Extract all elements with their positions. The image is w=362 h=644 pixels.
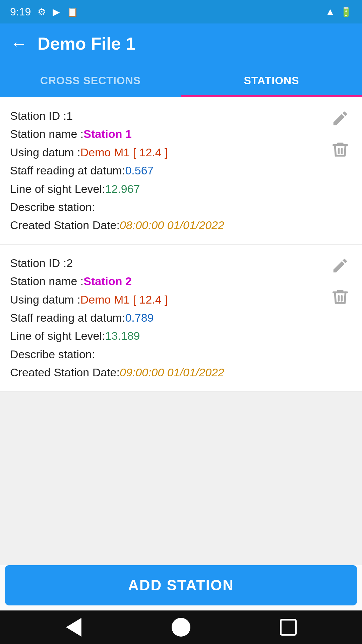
play-protected-icon: ▶ <box>53 6 60 17</box>
bottom-navigation <box>0 610 362 644</box>
station-1-name-line: Station name :Station 1 <box>10 125 322 143</box>
station-2-delete-button[interactable] <box>328 285 352 310</box>
station-1-staff-line: Staff reading at datum:0.567 <box>10 161 322 179</box>
station-1-los-line: Line of sight Level:12.967 <box>10 180 322 198</box>
station-1-info: Station ID :1 Station name :Station 1 Us… <box>10 107 322 234</box>
nav-back-button[interactable] <box>60 614 87 641</box>
station-1-delete-button[interactable] <box>328 138 352 162</box>
edit-icon <box>331 257 349 275</box>
station-1-actions <box>328 107 352 162</box>
battery-icon: 🔋 <box>340 6 352 17</box>
app-bar: ← Demo File 1 <box>0 23 362 64</box>
station-2-created-line: Created Station Date:09:00:00 01/01/2022 <box>10 363 322 381</box>
station-1-describe-line: Describe station: <box>10 198 322 216</box>
nav-home-button[interactable] <box>168 614 194 641</box>
status-bar: 9:19 ⚙ ▶ 📋 ▲ 🔋 <box>0 0 362 23</box>
back-button[interactable]: ← <box>10 35 27 52</box>
tab-stations[interactable]: STATIONS <box>181 64 362 97</box>
clipboard-icon: 📋 <box>67 6 78 17</box>
recents-square-icon <box>280 619 297 636</box>
add-station-button[interactable]: ADD STATION <box>5 565 357 605</box>
content-area: Station ID :1 Station name :Station 1 Us… <box>0 97 362 610</box>
back-arrow-icon <box>66 618 81 637</box>
station-2-los-line: Line of sight Level:13.189 <box>10 327 322 345</box>
station-2-name-line: Station name :Station 2 <box>10 272 322 290</box>
edit-icon <box>331 109 349 127</box>
home-circle-icon <box>172 618 190 637</box>
app-bar-title: Demo File 1 <box>38 34 135 54</box>
station-2-edit-button[interactable] <box>328 254 352 278</box>
station-2-id-line: Station ID :2 <box>10 254 322 272</box>
station-1-edit-button[interactable] <box>328 107 352 131</box>
station-1-id-line: Station ID :1 <box>10 107 322 125</box>
station-card-1: Station ID :1 Station name :Station 1 Us… <box>0 97 362 245</box>
station-1-datum-line: Using datum :Demo M1 [ 12.4 ] <box>10 143 322 161</box>
trash-icon <box>331 288 349 306</box>
trash-icon <box>331 141 349 159</box>
settings-icon: ⚙ <box>38 6 46 17</box>
station-2-actions <box>328 254 352 310</box>
tabs-container: CROSS SECTIONS STATIONS <box>0 64 362 97</box>
status-time: 9:19 <box>10 6 31 18</box>
signal-icon: ▲ <box>325 6 335 17</box>
station-card-2: Station ID :2 Station name :Station 2 Us… <box>0 245 362 392</box>
station-2-datum-line: Using datum :Demo M1 [ 12.4 ] <box>10 290 322 309</box>
tab-cross-sections[interactable]: CROSS SECTIONS <box>0 64 181 97</box>
empty-space <box>0 391 362 565</box>
station-2-staff-line: Staff reading at datum:0.789 <box>10 309 322 327</box>
station-1-created-line: Created Station Date:08:00:00 01/01/2022 <box>10 216 322 234</box>
station-2-describe-line: Describe station: <box>10 345 322 363</box>
nav-recents-button[interactable] <box>275 614 302 641</box>
station-2-info: Station ID :2 Station name :Station 2 Us… <box>10 254 322 382</box>
